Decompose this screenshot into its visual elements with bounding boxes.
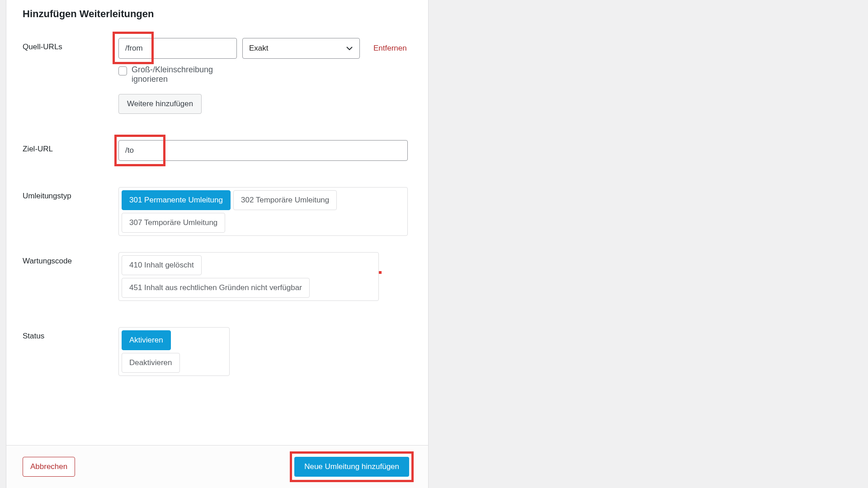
chevron-down-icon	[346, 45, 353, 52]
label-status: Status	[23, 327, 118, 376]
match-mode-value: Exakt	[249, 44, 269, 53]
row-target-url: Ziel-URL	[23, 140, 412, 161]
source-input-wrap	[118, 38, 237, 59]
maintenance-code-field-col: 410 Inhalt gelöscht451 Inhalt aus rechtl…	[118, 252, 412, 301]
add-redirect-button[interactable]: Neue Umleitung hinzufügen	[294, 457, 409, 477]
ignore-case-checkbox[interactable]	[118, 66, 127, 75]
redirect-type-field-col: 301 Permanente Umleitung302 Temporäre Um…	[118, 187, 412, 236]
label-redirect-type: Umleitungstyp	[23, 187, 118, 236]
maintenance-code-group: 410 Inhalt gelöscht451 Inhalt aus rechtl…	[118, 252, 379, 301]
source-input-row: Exakt Entfernen	[118, 38, 412, 59]
page-title: Hinzufügen Weiterleitungen	[23, 8, 412, 20]
maintenance-code-option-1[interactable]: 451 Inhalt aus rechtlichen Gründen nicht…	[122, 278, 310, 298]
target-url-input[interactable]	[118, 140, 408, 161]
footer-bar: Abbrechen Neue Umleitung hinzufügen	[6, 445, 428, 488]
status-option-0[interactable]: Aktivieren	[122, 330, 171, 350]
source-url-input[interactable]	[118, 38, 237, 59]
submit-wrap: Neue Umleitung hinzufügen	[292, 454, 412, 479]
ignore-case-label: Groß-/Kleinschreibung ignorieren	[132, 65, 245, 84]
remove-source-link[interactable]: Entfernen	[373, 44, 407, 53]
row-maintenance-code: Wartungscode 410 Inhalt gelöscht451 Inha…	[23, 252, 412, 301]
row-status: Status AktivierenDeaktivieren	[23, 327, 412, 376]
ignore-case-row[interactable]: Groß-/Kleinschreibung ignorieren	[118, 65, 245, 84]
redirect-type-option-0[interactable]: 301 Permanente Umleitung	[122, 190, 231, 210]
label-maintenance-code: Wartungscode	[23, 252, 118, 301]
row-source-urls: Quell-URLs Exakt Entfernen Groß-/Kleinsc…	[23, 38, 412, 114]
add-more-sources-button[interactable]: Weitere hinzufügen	[118, 94, 202, 114]
maintenance-code-option-0[interactable]: 410 Inhalt gelöscht	[122, 255, 202, 275]
annotation-red-dot	[379, 271, 382, 274]
label-source-urls: Quell-URLs	[23, 38, 118, 114]
source-field-col: Exakt Entfernen Groß-/Kleinschreibung ig…	[118, 38, 412, 114]
target-field-col	[118, 140, 412, 161]
status-group: AktivierenDeaktivieren	[118, 327, 230, 376]
cancel-button[interactable]: Abbrechen	[23, 457, 75, 477]
redirect-type-group: 301 Permanente Umleitung302 Temporäre Um…	[118, 187, 408, 236]
row-redirect-type: Umleitungstyp 301 Permanente Umleitung30…	[23, 187, 412, 236]
redirect-type-option-2[interactable]: 307 Temporäre Umleitung	[122, 213, 225, 233]
label-target-url: Ziel-URL	[23, 140, 118, 161]
status-option-1[interactable]: Deaktivieren	[122, 353, 180, 373]
match-mode-select[interactable]: Exakt	[242, 38, 360, 59]
redirect-form-panel: Hinzufügen Weiterleitungen Quell-URLs Ex…	[6, 0, 429, 488]
status-field-col: AktivierenDeaktivieren	[118, 327, 412, 376]
redirect-type-option-1[interactable]: 302 Temporäre Umleitung	[233, 190, 337, 210]
